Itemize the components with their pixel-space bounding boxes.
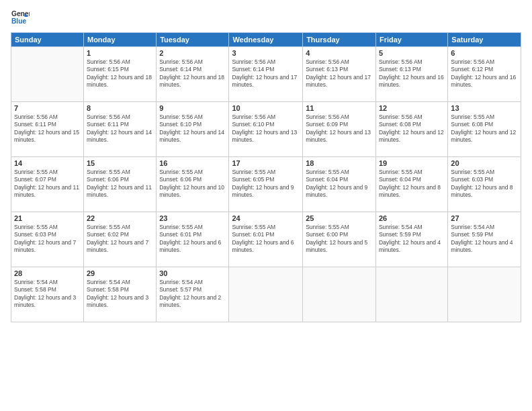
calendar-week-row: 28Sunrise: 5:54 AMSunset: 5:58 PMDayligh… — [11, 267, 521, 322]
day-detail: Sunrise: 5:54 AMSunset: 5:57 PMDaylight:… — [159, 279, 226, 310]
day-detail: Sunrise: 5:55 AMSunset: 6:08 PMDaylight:… — [451, 113, 518, 144]
calendar-cell: 7Sunrise: 5:56 AMSunset: 6:11 PMDaylight… — [11, 102, 84, 157]
calendar-header-sunday: Sunday — [11, 33, 84, 47]
day-detail: Sunrise: 5:55 AMSunset: 6:04 PMDaylight:… — [379, 169, 445, 199]
day-detail: Sunrise: 5:55 AMSunset: 6:07 PMDaylight:… — [14, 169, 81, 199]
day-number: 28 — [14, 269, 81, 277]
calendar-cell: 6Sunrise: 5:56 AMSunset: 6:12 PMDaylight… — [448, 47, 521, 102]
day-detail: Sunrise: 5:55 AMSunset: 6:05 PMDaylight:… — [232, 169, 300, 199]
calendar-cell: 25Sunrise: 5:55 AMSunset: 6:00 PMDayligh… — [303, 212, 376, 267]
day-number: 3 — [232, 49, 300, 57]
day-number: 25 — [306, 214, 373, 222]
calendar-cell: 24Sunrise: 5:55 AMSunset: 6:01 PMDayligh… — [229, 212, 303, 267]
calendar-table: SundayMondayTuesdayWednesdayThursdayFrid… — [11, 32, 521, 322]
calendar-week-row: 21Sunrise: 5:55 AMSunset: 6:03 PMDayligh… — [11, 212, 521, 267]
calendar-cell: 27Sunrise: 5:54 AMSunset: 5:59 PMDayligh… — [448, 212, 521, 267]
calendar-header-monday: Monday — [83, 33, 156, 47]
calendar-cell: 23Sunrise: 5:55 AMSunset: 6:01 PMDayligh… — [157, 212, 229, 267]
day-number: 11 — [306, 104, 373, 112]
calendar-cell — [375, 267, 447, 322]
day-detail: Sunrise: 5:56 AMSunset: 6:15 PMDaylight:… — [87, 58, 153, 89]
day-detail: Sunrise: 5:54 AMSunset: 5:58 PMDaylight:… — [14, 279, 81, 310]
day-detail: Sunrise: 5:56 AMSunset: 6:08 PMDaylight:… — [379, 113, 445, 144]
day-number: 4 — [306, 49, 373, 57]
day-detail: Sunrise: 5:56 AMSunset: 6:11 PMDaylight:… — [14, 113, 81, 144]
day-number: 30 — [159, 269, 226, 277]
day-number: 17 — [232, 159, 300, 167]
day-number: 9 — [159, 104, 226, 112]
svg-text:Blue: Blue — [11, 17, 27, 25]
calendar-cell — [11, 47, 84, 102]
day-detail: Sunrise: 5:54 AMSunset: 5:59 PMDaylight:… — [451, 224, 518, 255]
day-detail: Sunrise: 5:55 AMSunset: 6:06 PMDaylight:… — [159, 169, 226, 199]
calendar-cell: 2Sunrise: 5:56 AMSunset: 6:14 PMDaylight… — [157, 47, 229, 102]
calendar-cell: 1Sunrise: 5:56 AMSunset: 6:15 PMDaylight… — [83, 47, 156, 102]
calendar-header-friday: Friday — [375, 33, 447, 47]
day-number: 21 — [14, 214, 81, 222]
day-detail: Sunrise: 5:56 AMSunset: 6:14 PMDaylight:… — [159, 58, 226, 89]
calendar-cell: 12Sunrise: 5:56 AMSunset: 6:08 PMDayligh… — [375, 102, 447, 157]
calendar-header-wednesday: Wednesday — [229, 33, 303, 47]
calendar-cell: 4Sunrise: 5:56 AMSunset: 6:13 PMDaylight… — [303, 47, 376, 102]
day-detail: Sunrise: 5:56 AMSunset: 6:13 PMDaylight:… — [379, 58, 445, 89]
day-number: 2 — [159, 49, 226, 57]
day-detail: Sunrise: 5:56 AMSunset: 6:11 PMDaylight:… — [87, 113, 153, 144]
day-number: 14 — [14, 159, 81, 167]
day-detail: Sunrise: 5:55 AMSunset: 6:01 PMDaylight:… — [232, 224, 300, 255]
day-number: 23 — [159, 214, 226, 222]
day-number: 18 — [306, 159, 373, 167]
calendar-cell: 17Sunrise: 5:55 AMSunset: 6:05 PMDayligh… — [229, 157, 303, 212]
day-detail: Sunrise: 5:56 AMSunset: 6:14 PMDaylight:… — [232, 58, 300, 89]
calendar-cell: 26Sunrise: 5:54 AMSunset: 5:59 PMDayligh… — [375, 212, 447, 267]
day-detail: Sunrise: 5:55 AMSunset: 6:00 PMDaylight:… — [306, 224, 373, 255]
day-detail: Sunrise: 5:56 AMSunset: 6:09 PMDaylight:… — [306, 113, 373, 144]
day-detail: Sunrise: 5:56 AMSunset: 6:13 PMDaylight:… — [306, 58, 373, 89]
day-number: 22 — [87, 214, 153, 222]
day-detail: Sunrise: 5:55 AMSunset: 6:02 PMDaylight:… — [87, 224, 153, 255]
calendar-body: 1Sunrise: 5:56 AMSunset: 6:15 PMDaylight… — [11, 47, 521, 322]
logo: General Blue — [11, 8, 32, 27]
calendar-cell: 18Sunrise: 5:55 AMSunset: 6:04 PMDayligh… — [303, 157, 376, 212]
calendar-cell: 11Sunrise: 5:56 AMSunset: 6:09 PMDayligh… — [303, 102, 376, 157]
calendar-cell: 19Sunrise: 5:55 AMSunset: 6:04 PMDayligh… — [375, 157, 447, 212]
day-number: 27 — [451, 214, 518, 222]
day-number: 1 — [87, 49, 153, 57]
calendar-cell: 28Sunrise: 5:54 AMSunset: 5:58 PMDayligh… — [11, 267, 84, 322]
day-detail: Sunrise: 5:56 AMSunset: 6:10 PMDaylight:… — [232, 113, 300, 144]
logo-icon: General Blue — [11, 8, 30, 27]
day-number: 26 — [379, 214, 445, 222]
calendar-header-thursday: Thursday — [303, 33, 376, 47]
calendar-cell: 14Sunrise: 5:55 AMSunset: 6:07 PMDayligh… — [11, 157, 84, 212]
calendar-cell: 10Sunrise: 5:56 AMSunset: 6:10 PMDayligh… — [229, 102, 303, 157]
header: General Blue — [11, 8, 521, 27]
calendar-header-saturday: Saturday — [448, 33, 521, 47]
day-number: 5 — [379, 49, 445, 57]
calendar-header-tuesday: Tuesday — [157, 33, 229, 47]
day-detail: Sunrise: 5:54 AMSunset: 5:59 PMDaylight:… — [379, 224, 445, 255]
day-number: 20 — [451, 159, 518, 167]
calendar-cell: 22Sunrise: 5:55 AMSunset: 6:02 PMDayligh… — [83, 212, 156, 267]
calendar-week-row: 14Sunrise: 5:55 AMSunset: 6:07 PMDayligh… — [11, 157, 521, 212]
day-number: 8 — [87, 104, 153, 112]
page: General Blue SundayMondayTuesdayWednesda… — [0, 0, 532, 411]
calendar-cell: 3Sunrise: 5:56 AMSunset: 6:14 PMDaylight… — [229, 47, 303, 102]
day-number: 29 — [87, 269, 153, 277]
day-detail: Sunrise: 5:54 AMSunset: 5:58 PMDaylight:… — [87, 279, 153, 310]
day-number: 12 — [379, 104, 445, 112]
day-number: 10 — [232, 104, 300, 112]
calendar-cell: 15Sunrise: 5:55 AMSunset: 6:06 PMDayligh… — [83, 157, 156, 212]
calendar-week-row: 7Sunrise: 5:56 AMSunset: 6:11 PMDaylight… — [11, 102, 521, 157]
calendar-cell: 9Sunrise: 5:56 AMSunset: 6:10 PMDaylight… — [157, 102, 229, 157]
day-detail: Sunrise: 5:55 AMSunset: 6:01 PMDaylight:… — [159, 224, 226, 255]
calendar-header-row: SundayMondayTuesdayWednesdayThursdayFrid… — [11, 33, 521, 47]
day-number: 6 — [451, 49, 518, 57]
day-number: 19 — [379, 159, 445, 167]
day-detail: Sunrise: 5:55 AMSunset: 6:03 PMDaylight:… — [14, 224, 81, 255]
day-number: 16 — [159, 159, 226, 167]
calendar-cell — [303, 267, 376, 322]
calendar-week-row: 1Sunrise: 5:56 AMSunset: 6:15 PMDaylight… — [11, 47, 521, 102]
day-detail: Sunrise: 5:55 AMSunset: 6:03 PMDaylight:… — [451, 169, 518, 199]
calendar-cell: 13Sunrise: 5:55 AMSunset: 6:08 PMDayligh… — [448, 102, 521, 157]
day-number: 15 — [87, 159, 153, 167]
day-detail: Sunrise: 5:55 AMSunset: 6:04 PMDaylight:… — [306, 169, 373, 199]
